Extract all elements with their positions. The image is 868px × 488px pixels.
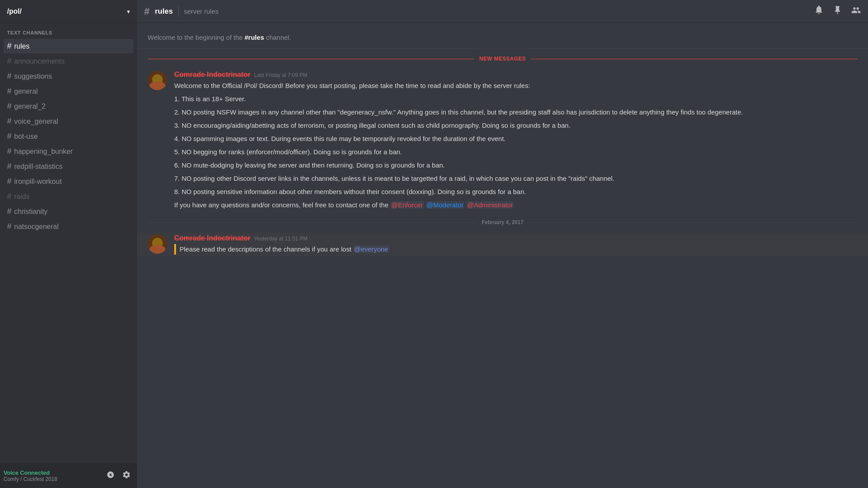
new-messages-label: NEW MESSAGES [479, 56, 526, 62]
message-line: 3. NO encouraging/aiding/abetting acts o… [174, 120, 857, 131]
beginning-text-suffix: channel. [264, 34, 291, 41]
new-messages-divider: NEW MESSAGES [148, 56, 857, 62]
message-line: 6. NO mute-dodging by leaving the server… [174, 160, 857, 171]
message-text: Welcome to the Official /Pol/ Discord! B… [174, 80, 857, 210]
settings-icon[interactable] [119, 469, 134, 483]
beginning-text-prefix: Welcome to the beginning of the [148, 34, 245, 41]
sidebar-item-general-2[interactable]: # general_2 [4, 99, 134, 114]
channel-header-topic: server rules [184, 8, 218, 15]
message-meta: Comrade Indoctrinator Yesterday at 11:51… [174, 234, 857, 242]
beginning-text: Welcome to the beginning of the #rules c… [137, 30, 868, 49]
text-channels-label: TEXT CHANNELS [4, 30, 134, 37]
message-line: Welcome to the Official /Pol/ Discord! B… [174, 80, 857, 91]
members-icon[interactable] [851, 5, 861, 17]
new-messages-line-right [531, 59, 857, 59]
messages-area[interactable]: Welcome to the beginning of the #rules c… [137, 23, 868, 488]
channel-hash-icon: # [7, 117, 11, 126]
message-content: Comrade Indoctrinator Yesterday at 11:51… [174, 234, 857, 255]
beginning-channel-name: #rules [245, 34, 264, 41]
message-line: 8. NO posting sensitive information abou… [174, 187, 857, 197]
sidebar-item-bot-use[interactable]: # bot-use [4, 129, 134, 144]
channel-name: general_2 [14, 103, 46, 111]
message-text-content: Please read the descriptions of the chan… [180, 245, 353, 253]
channel-hash-icon: # [7, 177, 11, 186]
new-messages-line-left [148, 59, 474, 59]
sidebar-item-suggestions[interactable]: # suggestions [4, 69, 134, 84]
channels-list: TEXT CHANNELS # rules # announcements # … [0, 23, 137, 463]
channel-hash-icon: # [7, 192, 11, 201]
voice-disconnect-icon[interactable] [103, 469, 118, 483]
sidebar-bottom: Voice Connected Comfy / Cuckfest 2018 [0, 463, 137, 488]
sidebar-item-happening-bunker[interactable]: # happening_bunker [4, 144, 134, 159]
channel-hash-icon: # [7, 72, 11, 81]
channel-name: rules [14, 42, 30, 50]
message-content: Comrade Indoctrinator Last Friday at 7:0… [174, 71, 857, 210]
avatar [148, 234, 167, 254]
message-line: 1. This is an 18+ Server. [174, 94, 857, 104]
sidebar-item-christianity[interactable]: # christianity [4, 204, 134, 219]
channel-hash-icon: # [7, 132, 11, 141]
message-group: Comrade Indoctrinator Yesterday at 11:51… [137, 233, 868, 256]
sidebar-item-raids[interactable]: # raids [4, 189, 134, 204]
channel-hash-icon: # [7, 57, 11, 66]
message-text: Please read the descriptions of the chan… [174, 244, 857, 255]
message-line: 7. NO posting other Discord server links… [174, 173, 857, 184]
channel-name: happening_bunker [14, 148, 73, 156]
sidebar: /pol/ ▾ TEXT CHANNELS # rules # announce… [0, 0, 137, 488]
chevron-down-icon: ▾ [127, 8, 130, 15]
channel-header-name: rules [155, 7, 173, 16]
channel-name: christianity [14, 208, 48, 216]
channel-name: redpill-statistics [14, 163, 62, 171]
channel-hash-icon: # [7, 147, 11, 156]
channel-name: natsocgeneral [14, 223, 59, 231]
server-header[interactable]: /pol/ ▾ [0, 0, 137, 23]
server-name: /pol/ [7, 8, 22, 15]
message-line: 5. NO begging for ranks (enforcer/mod/of… [174, 147, 857, 157]
message-username: Comrade Indoctrinator [174, 234, 250, 242]
mention-administrator: @Administrator [467, 201, 514, 209]
message-meta: Comrade Indoctrinator Last Friday at 7:0… [174, 71, 857, 79]
channel-name: suggestions [14, 72, 52, 80]
channel-hash-icon: # [7, 222, 11, 231]
mention-moderator: @Moderator [426, 201, 465, 209]
sidebar-item-natsocgeneral[interactable]: # natsocgeneral [4, 219, 134, 234]
message-line: 2. NO posting NSFW images in any channel… [174, 107, 857, 118]
avatar [148, 71, 167, 90]
voice-channel-name: Comfy / Cuckfest 2018 [4, 476, 102, 482]
message-line: Please read the descriptions of the chan… [174, 244, 857, 255]
channel-hash-icon: # [7, 42, 11, 51]
channel-header-hash-icon: # [144, 6, 149, 17]
channel-name: announcements [14, 57, 65, 65]
channel-header: # rules server rules [137, 0, 868, 23]
main-content: # rules server rules [137, 0, 868, 488]
channel-hash-icon: # [7, 102, 11, 111]
channel-hash-icon: # [7, 87, 11, 96]
voice-info: Voice Connected Comfy / Cuckfest 2018 [4, 469, 102, 482]
channel-hash-icon: # [7, 207, 11, 216]
message-timestamp: Yesterday at 11:51 PM [254, 236, 307, 242]
channel-hash-icon: # [7, 162, 11, 171]
message-username: Comrade Indoctrinator [174, 71, 250, 79]
channel-name: general [14, 88, 38, 95]
message-group: Comrade Indoctrinator Last Friday at 7:0… [137, 69, 868, 212]
pin-icon[interactable] [833, 5, 842, 17]
date-divider-label: February 4, 2017 [482, 219, 524, 225]
channel-name: raids [14, 193, 30, 201]
sidebar-item-announcements[interactable]: # announcements [4, 54, 134, 69]
message-timestamp: Last Friday at 7:09 PM [254, 72, 307, 78]
sidebar-item-rules[interactable]: # rules [4, 39, 134, 53]
sidebar-item-ironpill-workout[interactable]: # ironpill-workout [4, 174, 134, 189]
channel-name: bot-use [14, 133, 38, 141]
voice-connected-label: Voice Connected [4, 469, 102, 476]
channel-name: voice_general [14, 118, 58, 126]
mention-everyone: @everyone [353, 245, 389, 253]
header-icons [814, 5, 861, 17]
sidebar-item-voice-general[interactable]: # voice_general [4, 114, 134, 129]
message-line: If you have any questions and/or concern… [174, 200, 857, 210]
date-divider-line-left [148, 222, 476, 223]
message-line: 4. NO spamming images or text. During ev… [174, 133, 857, 144]
sidebar-item-general[interactable]: # general [4, 84, 134, 99]
sidebar-item-redpill-statistics[interactable]: # redpill-statistics [4, 159, 134, 174]
header-divider [178, 6, 179, 17]
notifications-icon[interactable] [814, 5, 824, 17]
